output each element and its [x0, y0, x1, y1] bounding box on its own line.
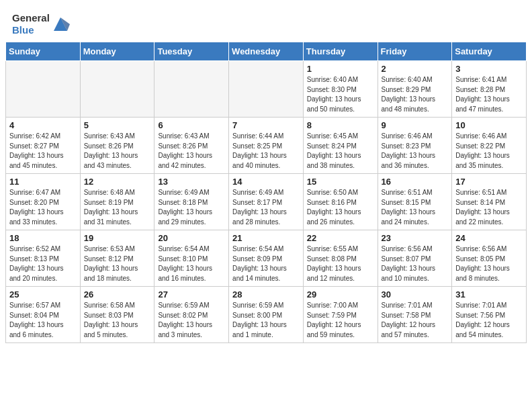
week-row-2: 4Sunrise: 6:42 AMSunset: 8:27 PMDaylight… — [6, 118, 527, 174]
day-cell: 3Sunrise: 6:41 AMSunset: 8:28 PMDaylight… — [452, 61, 527, 118]
week-row-4: 18Sunrise: 6:52 AMSunset: 8:13 PMDayligh… — [6, 230, 527, 287]
day-info: Sunrise: 6:50 AMSunset: 8:16 PMDaylight:… — [307, 188, 374, 227]
day-info: Sunrise: 6:46 AMSunset: 8:23 PMDaylight:… — [382, 132, 449, 171]
day-info: Sunrise: 6:56 AMSunset: 8:05 PMDaylight:… — [455, 244, 523, 283]
day-number: 5 — [84, 120, 151, 130]
day-info: Sunrise: 6:49 AMSunset: 8:17 PMDaylight:… — [232, 188, 300, 227]
day-info: Sunrise: 6:51 AMSunset: 8:15 PMDaylight:… — [382, 188, 449, 227]
day-cell: 5Sunrise: 6:43 AMSunset: 8:26 PMDaylight… — [80, 118, 154, 174]
weekday-friday: Friday — [378, 42, 452, 61]
day-info: Sunrise: 6:40 AMSunset: 8:29 PMDaylight:… — [382, 75, 449, 114]
day-info: Sunrise: 6:41 AMSunset: 8:28 PMDaylight:… — [455, 75, 523, 114]
week-row-3: 11Sunrise: 6:47 AMSunset: 8:20 PMDayligh… — [6, 174, 527, 230]
day-cell: 1Sunrise: 6:40 AMSunset: 8:30 PMDaylight… — [303, 61, 378, 118]
day-number: 25 — [9, 289, 77, 300]
day-number: 19 — [84, 233, 151, 243]
day-info: Sunrise: 6:54 AMSunset: 8:09 PMDaylight:… — [232, 244, 300, 283]
day-number: 9 — [382, 120, 449, 130]
day-info: Sunrise: 6:59 AMSunset: 8:00 PMDaylight:… — [232, 301, 300, 340]
weekday-thursday: Thursday — [303, 42, 378, 61]
day-cell: 12Sunrise: 6:48 AMSunset: 8:19 PMDayligh… — [80, 174, 154, 230]
page-header: General Blue — [0, 0, 532, 42]
day-number: 24 — [455, 233, 523, 243]
day-cell: 18Sunrise: 6:52 AMSunset: 8:13 PMDayligh… — [6, 230, 81, 287]
day-info: Sunrise: 6:56 AMSunset: 8:07 PMDaylight:… — [382, 244, 449, 283]
day-info: Sunrise: 7:00 AMSunset: 7:59 PMDaylight:… — [307, 301, 374, 340]
day-number: 7 — [232, 120, 300, 130]
day-info: Sunrise: 6:55 AMSunset: 8:08 PMDaylight:… — [307, 244, 374, 283]
logo-icon — [51, 15, 70, 34]
day-number: 27 — [158, 289, 225, 300]
day-info: Sunrise: 6:54 AMSunset: 8:10 PMDaylight:… — [158, 244, 225, 283]
day-number: 2 — [382, 64, 449, 74]
day-number: 30 — [382, 289, 449, 300]
day-info: Sunrise: 6:51 AMSunset: 8:14 PMDaylight:… — [455, 188, 523, 227]
day-cell: 14Sunrise: 6:49 AMSunset: 8:17 PMDayligh… — [229, 174, 304, 230]
logo-blue: Blue — [12, 24, 34, 36]
day-number: 29 — [307, 289, 374, 300]
weekday-saturday: Saturday — [452, 42, 527, 61]
day-number: 8 — [307, 120, 374, 130]
calendar-wrapper: SundayMondayTuesdayWednesdayThursdayFrid… — [0, 42, 532, 349]
weekday-wednesday: Wednesday — [229, 42, 304, 61]
day-cell: 16Sunrise: 6:51 AMSunset: 8:15 PMDayligh… — [378, 174, 452, 230]
day-cell: 26Sunrise: 6:58 AMSunset: 8:03 PMDayligh… — [80, 287, 154, 343]
weekday-monday: Monday — [80, 42, 154, 61]
day-cell: 2Sunrise: 6:40 AMSunset: 8:29 PMDaylight… — [378, 61, 452, 118]
day-number: 16 — [382, 177, 449, 187]
day-cell: 13Sunrise: 6:49 AMSunset: 8:18 PMDayligh… — [154, 174, 229, 230]
day-number: 18 — [9, 233, 77, 243]
day-number: 10 — [455, 120, 523, 130]
day-number: 20 — [158, 233, 225, 243]
day-cell: 31Sunrise: 7:01 AMSunset: 7:56 PMDayligh… — [452, 287, 527, 343]
day-number: 13 — [158, 177, 225, 187]
day-info: Sunrise: 6:44 AMSunset: 8:25 PMDaylight:… — [232, 132, 300, 171]
day-info: Sunrise: 6:58 AMSunset: 8:03 PMDaylight:… — [84, 301, 151, 340]
day-number: 4 — [9, 120, 77, 130]
day-info: Sunrise: 6:48 AMSunset: 8:19 PMDaylight:… — [84, 188, 151, 227]
day-info: Sunrise: 6:49 AMSunset: 8:18 PMDaylight:… — [158, 188, 225, 227]
day-cell: 27Sunrise: 6:59 AMSunset: 8:02 PMDayligh… — [154, 287, 229, 343]
day-number: 17 — [455, 177, 523, 187]
day-cell: 22Sunrise: 6:55 AMSunset: 8:08 PMDayligh… — [303, 230, 378, 287]
day-cell — [80, 61, 154, 118]
day-cell — [229, 61, 304, 118]
day-info: Sunrise: 6:53 AMSunset: 8:12 PMDaylight:… — [84, 244, 151, 283]
weekday-sunday: Sunday — [6, 42, 81, 61]
day-cell: 11Sunrise: 6:47 AMSunset: 8:20 PMDayligh… — [6, 174, 81, 230]
day-info: Sunrise: 6:47 AMSunset: 8:20 PMDaylight:… — [9, 188, 77, 227]
day-number: 31 — [455, 289, 523, 300]
day-cell: 10Sunrise: 6:46 AMSunset: 8:22 PMDayligh… — [452, 118, 527, 174]
day-info: Sunrise: 6:46 AMSunset: 8:22 PMDaylight:… — [455, 132, 523, 171]
day-cell: 20Sunrise: 6:54 AMSunset: 8:10 PMDayligh… — [154, 230, 229, 287]
day-number: 11 — [9, 177, 77, 187]
day-cell: 9Sunrise: 6:46 AMSunset: 8:23 PMDaylight… — [378, 118, 452, 174]
day-info: Sunrise: 6:40 AMSunset: 8:30 PMDaylight:… — [307, 75, 374, 114]
logo-general: General — [12, 12, 50, 24]
day-cell: 29Sunrise: 7:00 AMSunset: 7:59 PMDayligh… — [303, 287, 378, 343]
day-info: Sunrise: 6:42 AMSunset: 8:27 PMDaylight:… — [9, 132, 77, 171]
day-cell: 17Sunrise: 6:51 AMSunset: 8:14 PMDayligh… — [452, 174, 527, 230]
day-number: 23 — [382, 233, 449, 243]
day-cell: 23Sunrise: 6:56 AMSunset: 8:07 PMDayligh… — [378, 230, 452, 287]
day-info: Sunrise: 6:57 AMSunset: 8:04 PMDaylight:… — [9, 301, 77, 340]
day-info: Sunrise: 7:01 AMSunset: 7:58 PMDaylight:… — [382, 301, 449, 340]
day-number: 21 — [232, 233, 300, 243]
day-number: 14 — [232, 177, 300, 187]
day-info: Sunrise: 6:45 AMSunset: 8:24 PMDaylight:… — [307, 132, 374, 171]
week-row-1: 1Sunrise: 6:40 AMSunset: 8:30 PMDaylight… — [6, 61, 527, 118]
day-cell: 6Sunrise: 6:43 AMSunset: 8:26 PMDaylight… — [154, 118, 229, 174]
day-cell: 19Sunrise: 6:53 AMSunset: 8:12 PMDayligh… — [80, 230, 154, 287]
day-cell: 30Sunrise: 7:01 AMSunset: 7:58 PMDayligh… — [378, 287, 452, 343]
weekday-tuesday: Tuesday — [154, 42, 229, 61]
day-cell — [6, 61, 81, 118]
weekday-header-row: SundayMondayTuesdayWednesdayThursdayFrid… — [6, 42, 527, 61]
day-info: Sunrise: 6:43 AMSunset: 8:26 PMDaylight:… — [84, 132, 151, 171]
calendar-table: SundayMondayTuesdayWednesdayThursdayFrid… — [5, 42, 527, 343]
day-number: 6 — [158, 120, 225, 130]
day-info: Sunrise: 7:01 AMSunset: 7:56 PMDaylight:… — [455, 301, 523, 340]
day-number: 28 — [232, 289, 300, 300]
day-cell — [154, 61, 229, 118]
day-cell: 8Sunrise: 6:45 AMSunset: 8:24 PMDaylight… — [303, 118, 378, 174]
day-cell: 24Sunrise: 6:56 AMSunset: 8:05 PMDayligh… — [452, 230, 527, 287]
